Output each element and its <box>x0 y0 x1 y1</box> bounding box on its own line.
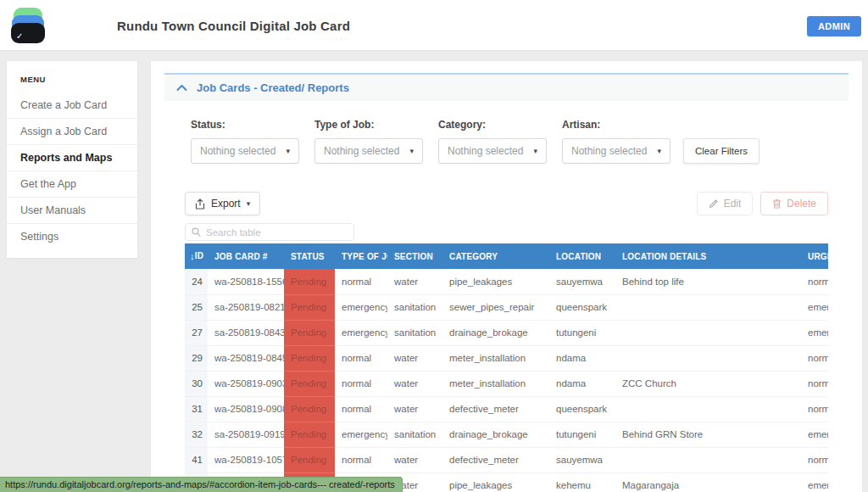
export-label: Export <box>211 198 241 210</box>
edit-button[interactable]: Edit <box>697 192 754 215</box>
filter-artisan: Artisan:Nothing selected▾ <box>562 119 670 164</box>
sidebar: MENU Create a Job CardAssign a Job CardR… <box>7 61 137 258</box>
table-row[interactable]: 31wa-250819-090811Pendingnormalwaterdefe… <box>185 396 828 422</box>
cell-job_card: wa-250819-105707 <box>208 447 284 472</box>
link-preview-statusbar: https://rundu.digitaljobcard.org/reports… <box>0 477 403 492</box>
cell-section: water <box>387 269 442 294</box>
cell-category: meter_installation <box>442 345 549 371</box>
clear-filters-button[interactable]: Clear Filters <box>683 138 760 164</box>
cell-location: sauyemwa <box>549 269 615 294</box>
sidebar-item-get-the-app[interactable]: Get the App <box>7 171 137 198</box>
sidebar-item-assign-a-job-card[interactable]: Assign a Job Card <box>7 119 137 145</box>
top-bar: ✓ Rundu Town Council Digital Job Card AD… <box>0 0 868 51</box>
cell-urgency: normal <box>801 269 828 294</box>
cell-location_details: Behind top life <box>615 269 801 294</box>
filter-dropdown-category[interactable]: Nothing selected▾ <box>438 138 547 164</box>
cell-location_details: Behind GRN Store <box>615 422 801 447</box>
filter-selected-value: Nothing selected <box>448 145 523 157</box>
column-label: LOCATION DETAILS <box>622 252 707 261</box>
filter-selected-value: Nothing selected <box>571 145 647 157</box>
sidebar-item-reports-and-maps[interactable]: Reports and Maps <box>7 145 137 171</box>
cell-status: Pending <box>284 294 335 320</box>
cell-status: Pending <box>284 320 335 345</box>
chevron-down-icon: ▾ <box>657 147 661 155</box>
cell-location: queenspark <box>549 294 615 320</box>
cell-location: queenspark <box>549 396 615 422</box>
sidebar-item-settings[interactable]: Settings <box>7 224 137 249</box>
delete-button[interactable]: Delete <box>760 192 828 215</box>
column-header-type[interactable]: TYPE OF JOB <box>335 243 387 269</box>
column-header-section[interactable]: SECTION <box>387 243 442 269</box>
cell-job_card: wa-250819-084547 <box>208 345 284 371</box>
column-label: ID <box>195 251 203 260</box>
column-header-job_card[interactable]: JOB CARD # <box>208 243 284 269</box>
table-search <box>185 223 354 241</box>
filter-dropdown-status[interactable]: Nothing selected▾ <box>191 138 299 164</box>
column-label: TYPE OF JOB <box>342 252 387 261</box>
cell-job_card: sa-250819-091932 <box>208 422 284 447</box>
table-row[interactable]: 41wa-250819-105707Pendingnormalwaterdefe… <box>185 447 828 472</box>
filter-label: Status: <box>191 119 299 131</box>
column-header-urgency[interactable]: URGENCY <box>801 243 828 269</box>
cell-location_details <box>615 294 801 320</box>
column-header-location_details[interactable]: LOCATION DETAILS <box>615 243 801 269</box>
admin-button[interactable]: ADMIN <box>807 16 861 36</box>
app-logo-icon: ✓ <box>11 8 45 43</box>
cell-location_details: Magarangaja <box>615 472 801 492</box>
main-content-card: Job Cards - Created/ Reports Status:Noth… <box>151 61 862 492</box>
export-button[interactable]: Export ▾ <box>185 192 260 215</box>
column-header-id[interactable]: ↓ID <box>185 243 208 269</box>
cell-category: defective_meter <box>442 396 549 422</box>
table-row[interactable]: 27sa-250819-084307Pendingemergencysanita… <box>185 320 828 345</box>
cell-section: water <box>387 447 442 472</box>
column-header-location[interactable]: LOCATION <box>549 243 615 269</box>
cell-status: Pending <box>284 422 335 447</box>
cell-urgency: emergency <box>801 422 828 447</box>
trash-icon <box>772 198 782 209</box>
sidebar-item-user-manuals[interactable]: User Manuals <box>7 198 137 224</box>
cell-status: Pending <box>284 396 335 422</box>
sidebar-item-create-a-job-card[interactable]: Create a Job Card <box>7 92 137 119</box>
cell-location_details <box>615 320 801 345</box>
filter-status: Status:Nothing selected▾ <box>191 119 299 164</box>
chevron-up-icon <box>176 84 187 92</box>
table-row[interactable]: 29wa-250819-084547Pendingnormalwatermete… <box>185 345 828 371</box>
cell-section: water <box>387 345 442 371</box>
accordion-header-job-cards[interactable]: Job Cards - Created/ Reports <box>164 73 849 101</box>
job-cards-table-container: ↓IDJOB CARD #STATUSTYPE OF JOBSECTIONCAT… <box>185 243 828 492</box>
cell-urgency: normal <box>801 371 828 396</box>
table-row[interactable]: 32sa-250819-091932Pendingemergencysanita… <box>185 422 828 447</box>
cell-section: water <box>387 396 442 422</box>
search-input[interactable] <box>206 227 348 238</box>
cell-section: water <box>387 371 442 396</box>
table-row[interactable]: 25sa-250819-082104Pendingemergencysanita… <box>185 294 828 320</box>
filter-dropdown-artisan[interactable]: Nothing selected▾ <box>562 138 670 164</box>
cell-status: Pending <box>284 345 335 371</box>
cell-type: emergency <box>335 422 387 447</box>
table-row[interactable]: 24wa-250818-155623Pendingnormalwaterpipe… <box>185 269 828 294</box>
search-icon <box>192 227 201 237</box>
table-row[interactable]: 30wa-250819-090313Pendingnormalwatermete… <box>185 371 828 396</box>
cell-urgency: emergency <box>801 294 828 320</box>
cell-location: tutungeni <box>549 422 615 447</box>
cell-location: sauyemwa <box>549 447 615 472</box>
filter-dropdown-type-of-job[interactable]: Nothing selected▾ <box>314 138 423 164</box>
menu-heading: MENU <box>7 75 137 92</box>
table-toolbar: Export ▾ Edit Delete <box>185 192 828 215</box>
cell-category: drainage_brokage <box>442 320 549 345</box>
column-label: URGENCY <box>808 252 828 261</box>
column-header-status[interactable]: STATUS <box>284 243 335 269</box>
cell-job_card: sa-250819-084307 <box>208 320 284 345</box>
cell-id: 32 <box>185 422 208 447</box>
cell-id: 29 <box>185 345 208 371</box>
filter-selected-value: Nothing selected <box>200 145 275 157</box>
cell-job_card: wa-250819-090313 <box>208 371 284 396</box>
accordion-title: Job Cards - Created/ Reports <box>197 81 349 94</box>
cell-type: emergency <box>335 294 387 320</box>
column-header-category[interactable]: CATEGORY <box>442 243 549 269</box>
cell-urgency: normal <box>801 447 828 472</box>
cell-urgency: emergency <box>801 320 828 345</box>
checkmark-icon: ✓ <box>16 31 23 41</box>
filters-row: Status:Nothing selected▾Type of Job:Noth… <box>151 119 862 164</box>
table-header-row: ↓IDJOB CARD #STATUSTYPE OF JOBSECTIONCAT… <box>185 243 828 269</box>
